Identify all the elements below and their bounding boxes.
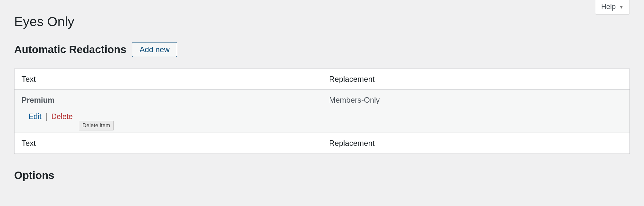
table-footer-row: Text Replacement bbox=[14, 133, 630, 154]
row-replacement-cell: Members-Only bbox=[322, 90, 630, 133]
help-tab[interactable]: Help ▼ bbox=[595, 0, 630, 14]
options-heading: Options bbox=[14, 169, 630, 182]
redactions-heading: Automatic Redactions bbox=[14, 43, 126, 56]
edit-link[interactable]: Edit bbox=[29, 112, 42, 121]
actions-separator: | bbox=[45, 112, 47, 121]
caret-down-icon: ▼ bbox=[619, 5, 624, 9]
col-text-header[interactable]: Text bbox=[14, 69, 322, 90]
page-title: Eyes Only bbox=[14, 14, 630, 29]
col-replacement-header[interactable]: Replacement bbox=[322, 69, 630, 90]
table-row[interactable]: Premium Members-Only bbox=[14, 90, 630, 107]
redactions-table: Text Replacement Premium Members-Only Ed… bbox=[14, 69, 630, 154]
col-text-footer[interactable]: Text bbox=[14, 133, 322, 154]
row-text-cell: Premium bbox=[14, 90, 322, 107]
table-header-row: Text Replacement bbox=[14, 69, 630, 90]
delete-link[interactable]: Delete bbox=[51, 112, 72, 121]
col-replacement-footer[interactable]: Replacement bbox=[322, 133, 630, 154]
help-tab-label: Help bbox=[601, 3, 616, 11]
delete-tooltip: Delete item bbox=[79, 121, 114, 130]
add-new-button[interactable]: Add new bbox=[132, 42, 177, 57]
